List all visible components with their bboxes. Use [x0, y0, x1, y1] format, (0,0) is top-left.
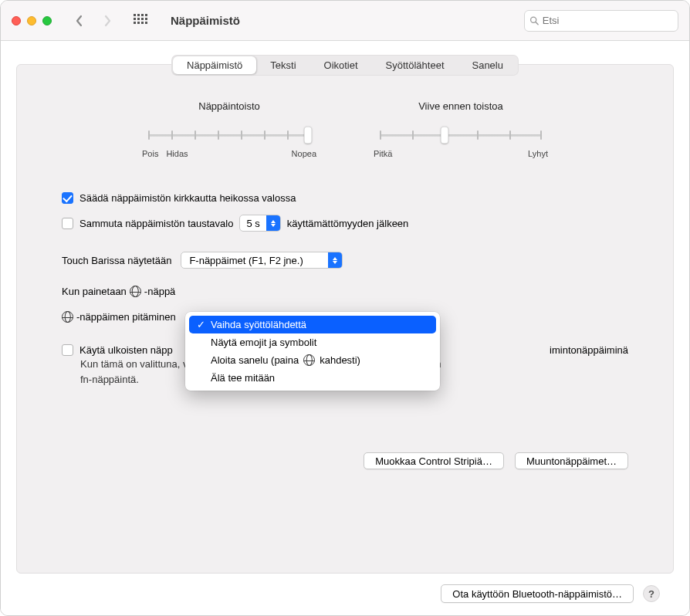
window-controls [12, 16, 52, 25]
globe-press-row: Kun painetaan -näppä [62, 286, 628, 297]
backlight-off-row: Sammuta näppäimistön taustavalo 5 s käyt… [62, 215, 628, 232]
svg-rect-7 [145, 18, 147, 20]
search-input[interactable] [543, 15, 673, 26]
edit-control-strip-button[interactable]: Muokkaa Control Stripiä… [364, 452, 504, 469]
tab-input-sources[interactable]: Syöttölähteet [372, 56, 458, 74]
touchbar-label: Touch Barissa näytetään [62, 255, 171, 266]
auto-brightness-label: Säädä näppäimistön kirkkautta heikossa v… [79, 192, 296, 204]
svg-rect-10 [141, 22, 144, 24]
svg-rect-5 [137, 18, 140, 20]
minimize-window-button[interactable] [27, 16, 36, 25]
slider-label-fast: Nopea [292, 149, 316, 158]
back-button[interactable] [69, 11, 90, 31]
auto-brightness-checkbox[interactable] [62, 192, 73, 204]
dropdown-item-show-emoji[interactable]: Näytä emojit ja symbolit [189, 333, 436, 351]
svg-rect-9 [137, 22, 140, 24]
fn-keys-label-suffix: imintonäppäiminä [550, 344, 628, 356]
panel-buttons: Muokkaa Control Stripiä… Muuntonäppäimet… [62, 452, 628, 469]
dropdown-item-change-input-source[interactable]: ✓ Vaihda syöttölähdettä [189, 316, 436, 333]
button-label: Muuntonäppäimet… [526, 455, 617, 467]
sliders-row: Näppäintoisto Pois Hidas Nopea [62, 100, 628, 158]
show-all-prefs-button[interactable] [127, 9, 154, 32]
tab-keyboard[interactable]: Näppäimistö [173, 56, 256, 74]
setup-bluetooth-keyboard-button[interactable]: Ota käyttöön Bluetooth-näppäimistö… [441, 584, 634, 603]
backlight-off-label: Sammuta näppäimistön taustavalo [79, 218, 233, 229]
globe-press-suffix: -näppä [144, 286, 175, 297]
settings-panel: Näppäimistö Teksti Oikotiet Syöttölähtee… [16, 64, 674, 574]
slider-label-off: Pois [142, 149, 158, 158]
tab-dictation[interactable]: Sanelu [458, 56, 516, 74]
globe-icon [62, 311, 73, 323]
svg-rect-2 [141, 14, 144, 16]
key-repeat-title: Näppäintoisto [140, 100, 318, 112]
tab-label: Oikotiet [324, 59, 358, 71]
content-area: Näppäimistö Teksti Oikotiet Syöttölähtee… [1, 41, 689, 615]
dropdown-item-do-nothing[interactable]: Älä tee mitään [189, 369, 436, 387]
fn-keys-checkbox[interactable] [62, 344, 73, 356]
dropdown-item-label-post: kahdesti) [320, 354, 360, 366]
dropdown-item-label: Näytä emojit ja symbolit [211, 337, 316, 348]
backlight-off-checkbox[interactable] [62, 218, 73, 229]
tab-text[interactable]: Teksti [256, 56, 309, 74]
slider-label-short: Lyhyt [528, 149, 548, 158]
auto-brightness-row: Säädä näppäimistön kirkkautta heikossa v… [62, 192, 628, 204]
backlight-timeout-value: 5 s [246, 218, 259, 229]
globe-press-prefix: Kun painetaan [62, 286, 127, 297]
zoom-window-button[interactable] [42, 16, 52, 25]
checkmark-icon: ✓ [195, 319, 206, 330]
globe-action-dropdown: ✓ Vaihda syöttölähdettä Näytä emojit ja … [185, 312, 440, 391]
stepper-arrows-icon [266, 215, 280, 231]
tab-label: Sanelu [472, 59, 502, 71]
delay-slider[interactable] [380, 126, 542, 144]
slider-label-slow: Hidas [166, 149, 188, 158]
globe-icon [130, 286, 141, 297]
svg-rect-11 [145, 22, 147, 24]
touchbar-select[interactable]: F-näppäimet (F1, F2 jne.) [181, 252, 343, 269]
help-label: ? [648, 588, 654, 600]
globe-hold-suffix: -näppäimen pitäminen [76, 311, 176, 323]
svg-rect-4 [134, 18, 136, 20]
tab-label: Teksti [270, 59, 296, 71]
dropdown-item-label: Vaihda syöttölähdettä [211, 319, 306, 330]
delay-title: Viive ennen toistoa [372, 100, 550, 112]
search-icon [529, 15, 539, 26]
backlight-timeout-select[interactable]: 5 s [239, 215, 280, 232]
dropdown-item-label: Älä tee mitään [211, 372, 275, 384]
svg-line-13 [536, 22, 538, 24]
window-title: Näppäimistö [171, 14, 240, 27]
svg-rect-3 [145, 14, 147, 16]
tab-bar: Näppäimistö Teksti Oikotiet Syöttölähtee… [171, 55, 519, 76]
globe-icon [303, 354, 315, 366]
modifier-keys-button[interactable]: Muuntonäppäimet… [515, 452, 628, 469]
delay-group: Viive ennen toistoa Pitkä Lyhyt [372, 100, 550, 158]
dropdown-item-start-dictation[interactable]: Aloita sanelu (paina kahdesti) [189, 351, 436, 369]
search-field-wrapper[interactable] [524, 10, 678, 32]
key-repeat-knob[interactable] [304, 127, 312, 144]
svg-rect-8 [134, 22, 136, 24]
slider-label-long: Pitkä [374, 149, 392, 158]
touchbar-row: Touch Barissa näytetään F-näppäimet (F1,… [62, 252, 628, 269]
backlight-suffix: käyttämättömyyden jälkeen [287, 218, 409, 229]
svg-rect-0 [134, 14, 136, 16]
svg-rect-1 [137, 14, 140, 16]
touchbar-select-value: F-näppäimet (F1, F2 jne.) [189, 255, 303, 266]
fn-keys-label-prefix: Käytä ulkoisten näpp [79, 344, 173, 356]
dropdown-item-label-pre: Aloita sanelu (paina [211, 354, 299, 366]
stepper-arrows-icon [328, 252, 342, 268]
titlebar: Näppäimistö [1, 1, 689, 41]
button-label: Ota käyttöön Bluetooth-näppäimistö… [452, 588, 622, 600]
key-repeat-slider[interactable] [148, 126, 310, 144]
preferences-window: Näppäimistö Näppäimistö Teksti Oikotiet … [0, 0, 690, 616]
key-repeat-group: Näppäintoisto Pois Hidas Nopea [140, 100, 318, 158]
svg-rect-6 [141, 18, 144, 20]
footer-row: Ota käyttöön Bluetooth-näppäimistö… ? [16, 574, 674, 604]
help-button[interactable]: ? [643, 585, 660, 602]
tab-shortcuts[interactable]: Oikotiet [310, 56, 372, 74]
forward-button[interactable] [96, 11, 118, 31]
button-label: Muokkaa Control Stripiä… [375, 455, 492, 467]
tab-label: Syöttölähteet [386, 59, 445, 71]
tab-label: Näppäimistö [187, 59, 242, 71]
delay-knob[interactable] [441, 127, 448, 144]
close-window-button[interactable] [12, 16, 21, 25]
